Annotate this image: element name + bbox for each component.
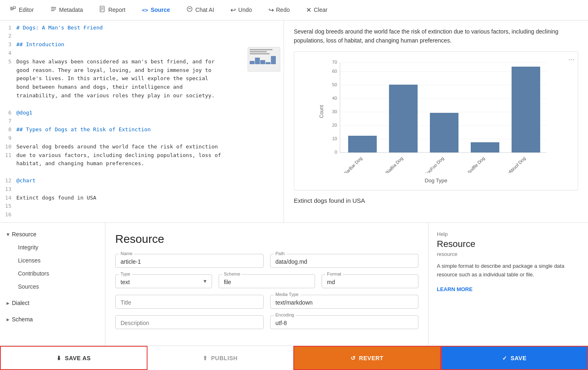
code-line-8 xyxy=(16,117,284,126)
type-select[interactable]: text tabular geo xyxy=(121,279,207,285)
svg-rect-2 xyxy=(10,9,13,10)
format-field: Format xyxy=(322,274,418,288)
save-check-icon: ✓ xyxy=(502,355,508,361)
svg-text:Sniffle Dog: Sniffle Dog xyxy=(467,156,485,173)
toolbar: Editor Metadata Report <> Source Chat AI… xyxy=(0,0,588,20)
form-row-name-path: Name Path xyxy=(115,254,418,268)
svg-text:0: 0 xyxy=(335,150,337,155)
encoding-input[interactable] xyxy=(275,320,413,326)
toolbar-metadata[interactable]: Metadata xyxy=(47,4,86,16)
type-label: Type xyxy=(119,271,132,276)
help-panel: Help Resource resource A simple format t… xyxy=(429,223,588,345)
page-layout: Editor Metadata Report <> Source Chat AI… xyxy=(0,0,588,370)
format-label: Format xyxy=(325,271,343,276)
metadata-label: Metadata xyxy=(59,7,83,13)
help-description: A simple format to describe and package … xyxy=(437,262,580,279)
toolbar-redo[interactable]: ↪ Redo xyxy=(265,4,293,16)
media-type-input[interactable] xyxy=(275,299,413,306)
toolbar-source[interactable]: <> Source xyxy=(139,5,173,15)
sources-label: Sources xyxy=(18,283,39,290)
help-subtitle: resource xyxy=(437,251,580,257)
scheme-input[interactable] xyxy=(224,279,310,285)
save-label: SAVE xyxy=(510,355,526,361)
bar-chart: 0 10 20 30 40 50 60 70 Count xyxy=(301,58,571,173)
toolbar-report[interactable]: Report xyxy=(96,4,129,16)
clear-label: Clear xyxy=(314,7,327,13)
metadata-icon xyxy=(50,6,57,14)
redo-label: Redo xyxy=(276,7,290,13)
sidebar-schema-header[interactable]: ▸ Schema xyxy=(0,313,105,326)
sidebar-schema-label: Schema xyxy=(12,316,33,323)
path-input[interactable] xyxy=(275,258,413,265)
revert-button[interactable]: ↺ REVERT xyxy=(293,346,441,370)
redo-icon: ↪ xyxy=(268,6,274,14)
preview-pane: Several dog breeds around the world face… xyxy=(284,20,588,222)
svg-text:20: 20 xyxy=(332,123,337,128)
name-field: Name xyxy=(115,254,264,268)
sidebar-item-licenses[interactable]: Licenses xyxy=(3,254,102,267)
sidebar-dialect-group: ▸ Dialect xyxy=(0,295,105,311)
code-line-1: # Dogs: A Man's Best Friend xyxy=(16,24,284,32)
sidebar-resource-header[interactable]: ▾ Resource xyxy=(0,228,105,241)
scheme-label: Scheme xyxy=(222,271,242,276)
publish-label: PUBLISH xyxy=(211,355,238,361)
code-line-11a: Several dog breeds around the world face… xyxy=(16,143,284,151)
publish-button[interactable]: ⬆ PUBLISH xyxy=(148,346,294,370)
toolbar-chatai[interactable]: Chat AI xyxy=(183,4,217,16)
code-line-9: ## Types of Dogs at the Risk of Extincti… xyxy=(16,126,284,134)
chevron-down-icon: ▾ xyxy=(7,231,9,238)
description-input[interactable] xyxy=(121,320,258,326)
title-input[interactable] xyxy=(121,299,258,306)
bottom-bar: ⬇ SAVE AS ⬆ PUBLISH ↺ REVERT ✓ SAVE xyxy=(0,345,588,370)
media-type-label: Media Type xyxy=(274,292,300,297)
editor-content[interactable]: 1 2 3 4 5 6 7 8 9 10 11 xyxy=(0,20,284,222)
sidebar-dialect-header[interactable]: ▸ Dialect xyxy=(0,296,105,309)
code-line-11b: due to various factors, including declin… xyxy=(16,151,284,160)
save-as-label: SAVE AS xyxy=(65,355,91,361)
editor-label: Editor xyxy=(19,7,34,13)
code-line-5b: good reason. They are loyal, loving, and… xyxy=(16,66,284,75)
bottom-section: ▾ Resource Integrity Licenses Contributo… xyxy=(0,223,588,370)
line-numbers: 1 2 3 4 5 6 7 8 9 10 11 xyxy=(0,20,16,222)
save-button[interactable]: ✓ SAVE xyxy=(441,346,588,370)
licenses-label: Licenses xyxy=(18,257,40,264)
path-field: Path xyxy=(270,254,418,268)
revert-label: REVERT xyxy=(359,355,384,361)
integrity-label: Integrity xyxy=(18,244,38,251)
source-label: Source xyxy=(151,7,170,13)
code-line-11c: habitat, and changing human preferences. xyxy=(16,159,284,168)
code-line-5a: Dogs have always been considered as man'… xyxy=(16,58,284,66)
sidebar-item-integrity[interactable]: Integrity xyxy=(3,241,102,254)
code-editor[interactable]: # Dogs: A Man's Best Friend ## Introduct… xyxy=(16,20,284,222)
learn-more-link[interactable]: LEARN MORE xyxy=(437,286,472,292)
sidebar-schema-group: ▸ Schema xyxy=(0,311,105,327)
chart-container: ··· 0 10 20 30 40 50 xyxy=(294,52,578,191)
chevron-right-icon: ▸ xyxy=(7,300,9,306)
toolbar-clear[interactable]: ✕ Clear xyxy=(303,4,331,16)
toolbar-editor[interactable]: Editor xyxy=(7,4,37,16)
sidebar-item-sources[interactable]: Sources xyxy=(3,280,102,293)
sidebar-item-contributors[interactable]: Contributors xyxy=(3,267,102,280)
svg-text:50: 50 xyxy=(332,82,337,87)
sidebar-dialect-label: Dialect xyxy=(12,300,29,306)
svg-text:Count: Count xyxy=(319,105,324,119)
report-icon xyxy=(99,6,106,14)
code-line-5d: bond between humans and dogs, their inte… xyxy=(16,83,284,92)
code-line-5e: trainability, and the various roles they… xyxy=(16,92,284,100)
chart-x-label: Dog Type xyxy=(301,177,571,184)
contributors-label: Contributors xyxy=(18,270,49,277)
editor-pane: 1 2 3 4 5 6 7 8 9 10 11 xyxy=(0,20,284,222)
svg-rect-0 xyxy=(10,7,13,8)
form-row-desc-encoding: Encoding xyxy=(115,315,418,329)
svg-text:BiaBia Dog: BiaBia Dog xyxy=(385,156,404,173)
chatai-label: Chat AI xyxy=(195,7,214,13)
code-line-10 xyxy=(16,134,284,143)
save-as-button[interactable]: ⬇ SAVE AS xyxy=(0,346,148,370)
code-line-16 xyxy=(16,202,284,211)
format-input[interactable] xyxy=(327,279,413,285)
sidebar: ▾ Resource Integrity Licenses Contributo… xyxy=(0,223,105,345)
bar-woofwoof xyxy=(512,67,540,152)
path-label: Path xyxy=(274,251,286,256)
name-input[interactable] xyxy=(121,258,258,265)
toolbar-undo[interactable]: ↩ Undo xyxy=(227,4,255,16)
